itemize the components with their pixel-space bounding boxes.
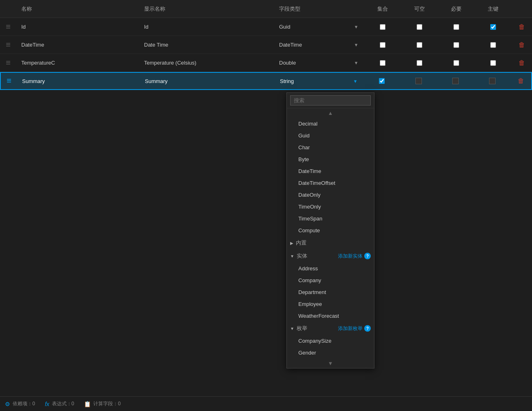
primarykey-checkbox[interactable] [490,42,496,48]
dropdown-item-compute[interactable]: Compute [287,225,374,236]
summary-name-input[interactable] [20,76,137,86]
dropdown-item-decimal[interactable]: Decimal [287,118,374,130]
table-row: DateTimeString ▾ 🗑 [0,36,532,54]
nullable-cell [401,24,438,30]
calc-icon: 📋 [84,401,91,407]
name-input[interactable] [20,40,136,49]
delete-button[interactable]: 🗑 [512,41,532,49]
collection-cell [364,60,401,66]
display-name-input[interactable] [142,22,271,31]
dropdown-item-employee[interactable]: Employee [287,298,374,310]
type-cell: DateTimeString ▾ [274,40,364,49]
drag-handle[interactable] [0,60,16,66]
primarykey-checkbox[interactable] [490,60,496,66]
nullable-checkbox[interactable] [417,60,422,66]
svg-rect-9 [7,79,11,80]
col-nullable: 可空 [401,5,438,13]
dropdown-search-input[interactable] [290,95,371,106]
required-checkbox[interactable] [453,60,459,66]
dropdown-item-guid[interactable]: Guid [287,130,374,141]
dropdown-item-company[interactable]: Company [287,274,374,286]
section-entity-label: 实体 [297,252,338,260]
expr-icon: fx [45,401,50,407]
section-builtin[interactable]: ▶ 内置 [287,236,374,249]
required-checkbox[interactable] [453,42,459,48]
collection-checkbox[interactable] [380,42,385,48]
display-name-input[interactable] [142,40,271,49]
drag-handle[interactable] [0,24,16,30]
section-entity[interactable]: ▼ 实体 添加新实体 ? [287,249,374,263]
svg-rect-7 [6,62,10,63]
dropdown-item-weatherforecast[interactable]: WeatherForecast [287,310,374,322]
dropdown-item-byte[interactable]: Byte [287,153,374,165]
calc-item: 📋 计算字段：0 [84,400,121,407]
display-name-cell [139,40,274,49]
dropdown-item-timespan[interactable]: TimeSpan [287,213,374,225]
table-row-active: String ▾ 🗑 [0,72,532,90]
col-collection: 集合 [364,5,401,13]
dropdown-item-char[interactable]: Char [287,141,374,153]
nullable-checkbox[interactable] [417,24,422,30]
deps-label: 依赖项：0 [13,400,35,407]
expr-item: fx 表达式：0 [45,400,74,407]
nullable-checkbox[interactable] [417,42,422,48]
svg-rect-10 [7,81,11,81]
required-cell [438,42,475,48]
delete-button[interactable]: 🗑 [512,23,532,31]
deps-icon: ⚙ [5,401,10,407]
svg-rect-5 [6,46,10,47]
dropdown-list: ▲ Decimal Guid Char Byte DateTime DateTi… [287,108,374,368]
dropdown-search-wrapper [287,93,374,108]
required-cell-active [437,78,474,84]
svg-rect-8 [6,64,10,65]
dropdown-item-datetimeoffset[interactable]: DateTimeOffset [287,177,374,189]
col-primary-key: 主键 [475,5,512,13]
summary-display-name-input[interactable] [143,76,272,86]
primarykey-cell-active [474,78,511,84]
col-field-type: 字段类型 [274,5,364,13]
add-entity-link[interactable]: 添加新实体 [338,253,363,260]
delete-button-active[interactable]: 🗑 [511,77,531,85]
dropdown-item-timeonly[interactable]: TimeOnly [287,201,374,213]
section-builtin-label: 内置 [296,239,371,247]
type-select[interactable]: GuidStringInt [277,22,361,31]
required-checkbox[interactable] [453,24,459,30]
svg-rect-2 [6,28,10,29]
drag-handle[interactable] [0,42,16,48]
collection-cell [364,24,401,30]
dropdown-item-companysize[interactable]: CompanySize [287,335,374,347]
enum-help-icon[interactable]: ? [364,325,371,332]
delete-button[interactable]: 🗑 [512,59,532,67]
dropdown-item-datetime[interactable]: DateTime [287,165,374,177]
type-cell-active: String ▾ [275,76,363,86]
dropdown-item-department[interactable]: Department [287,286,374,298]
dropdown-item-address[interactable]: Address [287,263,374,274]
type-select[interactable]: DoubleString [277,58,361,67]
name-cell [16,58,139,67]
dropdown-item-gender[interactable]: Gender [287,347,374,359]
table-body: GuidStringInt ▾ 🗑 [0,18,532,396]
nullable-cell-active [400,78,437,84]
section-enum[interactable]: ▼ 枚举 添加新枚举 ? [287,322,374,335]
entity-help-icon[interactable]: ? [364,253,371,259]
nullable-cell [401,60,438,66]
collection-checkbox-active[interactable] [379,78,385,84]
name-input[interactable] [20,22,136,31]
collection-checkbox[interactable] [380,24,385,30]
primarykey-checkbox[interactable] [490,24,496,30]
collection-checkbox[interactable] [380,60,385,66]
drag-handle[interactable] [1,78,17,84]
bottom-bar: ⚙ 依赖项：0 fx 表达式：0 📋 计算字段：0 [0,396,532,411]
name-cell [16,22,139,31]
dropdown-item-dateonly[interactable]: DateOnly [287,189,374,201]
primarykey-cell [475,60,512,66]
type-select[interactable]: DateTimeString [277,40,361,49]
name-input[interactable] [20,58,136,67]
add-enum-link[interactable]: 添加新枚举 [338,325,363,332]
required-cell [438,24,475,30]
display-name-input[interactable] [142,58,271,67]
type-select-active[interactable]: String [278,76,360,86]
display-name-cell [140,76,275,86]
type-dropdown: ▲ Decimal Guid Char Byte DateTime DateTi… [286,92,374,368]
scroll-up-indicator: ▲ [287,108,374,118]
